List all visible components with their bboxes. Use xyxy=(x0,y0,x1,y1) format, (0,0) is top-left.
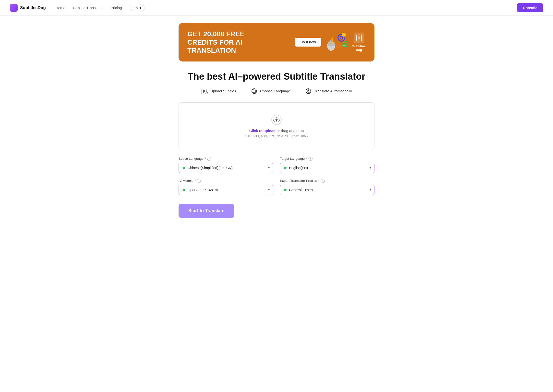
banner-logo-text: SubtitlesDog xyxy=(352,44,366,52)
ai-models-required: * xyxy=(194,179,196,183)
svg-rect-3 xyxy=(328,42,330,46)
nav-subtitle-translator[interactable]: Subtitle Translator xyxy=(73,6,103,10)
source-language-dot xyxy=(183,167,185,169)
banner-logo: SubtitlesDog xyxy=(352,33,366,52)
target-language-select-wrapper: English(EN) ▾ xyxy=(280,163,374,173)
source-language-select-wrapper: Chinese(Simplified)(ZH–CN) ▾ xyxy=(179,163,273,173)
promo-banner: GET 20,000 FREECREDITS FOR AITRANSLATION… xyxy=(179,23,374,61)
expert-profiles-select-wrapper: General Expert ▾ xyxy=(280,185,374,195)
brand-icon xyxy=(10,4,18,12)
svg-point-34 xyxy=(308,90,309,92)
brand-name: SubtitlesDog xyxy=(20,5,46,10)
source-language-group: Souce Language * i Chinese(Simplified)(Z… xyxy=(179,157,273,173)
target-language-info-icon[interactable]: i xyxy=(309,157,313,161)
expert-profiles-group: Expert Translator Profiles * i General E… xyxy=(280,179,374,195)
target-required: * xyxy=(306,157,307,160)
nav-links: Home Subtitle Translator Pricing EN ▾ xyxy=(56,5,278,11)
target-language-value: English(EN) xyxy=(289,166,308,170)
ai-models-chevron-icon: ▾ xyxy=(268,188,270,192)
step-translate: Translate Automatically xyxy=(305,88,352,95)
nav-pricing[interactable]: Pricing xyxy=(111,6,122,10)
expert-required: * xyxy=(318,179,320,183)
hero-title: The best AI–powered Subtitle Translator xyxy=(179,71,374,82)
svg-rect-16 xyxy=(354,33,364,43)
step-translate-label: Translate Automatically xyxy=(314,89,352,93)
svg-point-14 xyxy=(342,33,346,37)
nav-home[interactable]: Home xyxy=(56,6,65,10)
expert-profiles-value: General Expert xyxy=(289,188,313,192)
svg-rect-15 xyxy=(343,37,345,37)
target-language-select[interactable]: English(EN) xyxy=(280,163,374,173)
banner-gears-svg xyxy=(326,32,348,52)
subtitlesdog-logo-icon xyxy=(354,33,364,43)
step-upload: Upload Subltles xyxy=(201,88,236,95)
svg-point-10 xyxy=(337,44,340,48)
ai-models-info-icon[interactable]: i xyxy=(197,179,201,183)
step-language-label: Choose Language xyxy=(260,89,290,93)
banner-cta-button[interactable]: Try it now xyxy=(295,38,321,47)
source-language-label: Souce Language * i xyxy=(179,157,273,161)
target-language-group: Target Language * i English(EN) ▾ xyxy=(280,157,374,173)
source-language-value: Chinese(Simplified)(ZH–CN) xyxy=(188,166,233,170)
lang-label: EN xyxy=(133,6,138,10)
step-language: Choose Language xyxy=(251,88,290,95)
svg-point-7 xyxy=(340,36,343,39)
upload-prompt: Click to upload or drag and drop xyxy=(184,129,369,133)
upload-click-link[interactable]: Click to upload xyxy=(249,129,276,133)
ai-models-dot xyxy=(183,189,185,191)
svg-rect-13 xyxy=(342,45,346,46)
language-form-row: Souce Language * i Chinese(Simplified)(Z… xyxy=(179,157,374,173)
language-selector[interactable]: EN ▾ xyxy=(130,5,145,11)
upload-subtitles-icon xyxy=(201,88,208,95)
ai-models-select[interactable]: OpenAI GPT 4o–mini xyxy=(179,185,273,195)
brand-link[interactable]: SubtitlesDog xyxy=(10,4,46,12)
translate-automatically-icon xyxy=(305,88,312,95)
upload-formats: STR, VTT, ASS, LRC, SSA, SUB(max. 10M) xyxy=(184,134,369,138)
svg-rect-4 xyxy=(331,37,333,42)
svg-rect-11 xyxy=(342,43,347,43)
ai-models-label: AI Models * i xyxy=(179,179,273,183)
target-language-label: Target Language * i xyxy=(280,157,374,161)
banner-illustration: SubtitlesDog xyxy=(326,32,366,52)
target-language-chevron-icon: ▾ xyxy=(370,166,371,170)
banner-title: GET 20,000 FREECREDITS FOR AITRANSLATION xyxy=(187,30,290,55)
source-language-select[interactable]: Chinese(Simplified)(ZH–CN) xyxy=(179,163,273,173)
ai-models-value: OpenAI GPT 4o–mini xyxy=(188,188,221,192)
steps-row: Upload Subltles Choose Language xyxy=(179,88,374,95)
start-translate-button[interactable]: Start to Translate xyxy=(179,204,234,218)
target-language-dot xyxy=(284,167,287,169)
models-form-row: AI Models * i OpenAI GPT 4o–mini ▾ Exper… xyxy=(179,179,374,195)
upload-drag-text: or drag and drop xyxy=(276,129,304,133)
ai-models-group: AI Models * i OpenAI GPT 4o–mini ▾ xyxy=(179,179,273,195)
expert-profiles-select[interactable]: General Expert xyxy=(280,185,374,195)
choose-language-icon xyxy=(251,88,258,95)
expert-profiles-dot xyxy=(284,189,287,191)
ai-models-select-wrapper: OpenAI GPT 4o–mini ▾ xyxy=(179,185,273,195)
banner-text: GET 20,000 FREECREDITS FOR AITRANSLATION xyxy=(187,30,290,55)
navbar: SubtitlesDog Home Subtitle Translator Pr… xyxy=(0,0,553,16)
source-language-chevron-icon: ▾ xyxy=(268,166,270,170)
upload-dropzone[interactable]: Click to upload or drag and drop STR, VT… xyxy=(179,102,374,150)
source-language-info-icon[interactable]: i xyxy=(207,157,211,161)
expert-profiles-label: Expert Translator Profiles * i xyxy=(280,179,374,183)
console-button[interactable]: Console xyxy=(517,3,543,12)
source-required: * xyxy=(205,157,206,160)
svg-rect-12 xyxy=(342,44,345,44)
expert-profiles-chevron-icon: ▾ xyxy=(370,188,371,192)
expert-profiles-info-icon[interactable]: i xyxy=(321,179,325,183)
main-content: GET 20,000 FREECREDITS FOR AITRANSLATION… xyxy=(174,16,379,233)
step-upload-label: Upload Subltles xyxy=(210,89,236,93)
chevron-down-icon: ▾ xyxy=(140,6,141,10)
upload-cloud-icon xyxy=(271,114,282,125)
